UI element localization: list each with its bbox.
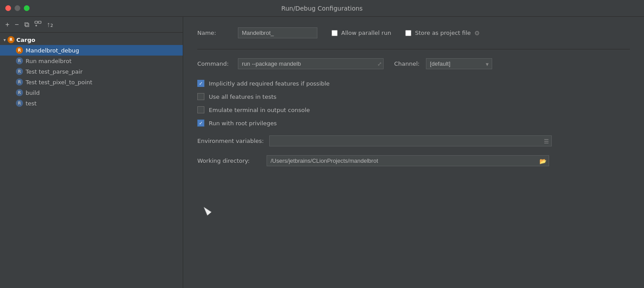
divider-1 <box>197 49 630 49</box>
move-to-group-button[interactable] <box>33 19 43 30</box>
store-as-project-label: Store as project file <box>415 30 471 36</box>
option-row-2: Emulate terminal in output console <box>197 106 630 113</box>
env-label: Environment variables: <box>197 138 264 144</box>
maximize-button[interactable] <box>24 5 30 11</box>
option-row-1: Use all features in tests <box>197 93 630 100</box>
item-label-3: Test test_pixel_to_point <box>26 79 92 86</box>
option-row-3: ✓ Run with root privileges <box>197 120 630 127</box>
options-section: ✓ Implicitly add required features if po… <box>197 80 630 127</box>
channel-label: Channel: <box>394 60 421 67</box>
option-label-1: Use all features in tests <box>209 94 276 100</box>
option-row-0: ✓ Implicitly add required features if po… <box>197 80 630 87</box>
tree-item-test-parse-pair[interactable]: R Test test_parse_pair <box>0 66 183 77</box>
name-input[interactable] <box>238 27 317 38</box>
sort-button[interactable]: ↑₂ <box>45 20 55 29</box>
implicitly-add-checkbox[interactable]: ✓ <box>197 80 204 87</box>
chevron-icon: ▾ <box>4 37 6 42</box>
cargo-group-label: Cargo <box>16 37 35 43</box>
item-icon-5: R <box>16 100 23 107</box>
env-row: Environment variables: ☰ <box>197 135 630 146</box>
tree-item-test[interactable]: R test <box>0 98 183 108</box>
window-title: Run/Debug Configurations <box>281 5 362 12</box>
cargo-group-header[interactable]: ▾ R Cargo <box>0 34 183 45</box>
close-button[interactable] <box>5 5 11 11</box>
cargo-group-icon: R <box>8 36 15 43</box>
name-label: Name: <box>197 30 233 36</box>
env-browse-icon[interactable]: ☰ <box>544 138 549 144</box>
env-input-wrapper: ☰ <box>269 135 552 146</box>
item-label-1: Run mandelbrot <box>26 58 72 64</box>
workdir-input[interactable] <box>267 155 549 166</box>
svg-rect-0 <box>35 21 38 23</box>
workdir-input-wrapper: 📂 <box>267 155 549 166</box>
toolbar: + − ⧉ ↑₂ <box>0 17 183 33</box>
item-icon-0: R <box>16 47 23 54</box>
minimize-button[interactable] <box>15 5 20 11</box>
option-label-3: Run with root privileges <box>209 120 277 127</box>
checkmark-icon-0: ✓ <box>199 81 203 86</box>
store-as-project-group: Store as project file ⚙ <box>405 30 480 37</box>
title-bar: Run/Debug Configurations <box>0 0 644 17</box>
item-icon-4: R <box>16 89 23 96</box>
command-input[interactable] <box>238 58 384 69</box>
option-label-0: Implicitly add required features if poss… <box>209 80 330 87</box>
allow-parallel-group: Allow parallel run <box>331 30 391 36</box>
use-all-features-checkbox[interactable] <box>197 93 204 100</box>
checkmark-icon-3: ✓ <box>199 120 203 126</box>
command-row: Command: ⤢ Channel: [default] stable bet… <box>197 58 630 69</box>
tree-item-mandelbrot-debug[interactable]: R Mandelbrot_debug <box>0 45 183 56</box>
item-label-5: test <box>26 100 37 107</box>
workdir-browse-icon[interactable]: 📂 <box>539 157 546 164</box>
allow-parallel-label: Allow parallel run <box>341 30 391 36</box>
run-with-root-checkbox[interactable]: ✓ <box>197 120 204 127</box>
item-icon-3: R <box>16 79 23 86</box>
add-button[interactable]: + <box>4 20 11 29</box>
item-icon-1: R <box>16 57 23 64</box>
tree-item-run-mandelbrot[interactable]: R Run mandelbrot <box>0 56 183 66</box>
emulate-terminal-checkbox[interactable] <box>197 106 204 113</box>
copy-button[interactable]: ⧉ <box>23 20 31 29</box>
gear-icon[interactable]: ⚙ <box>475 30 480 37</box>
workdir-row: Working directory: 📂 <box>197 155 630 166</box>
item-label-2: Test test_parse_pair <box>26 68 83 75</box>
item-label-0: Mandelbrot_debug <box>26 47 79 54</box>
tree-item-test-pixel-to-point[interactable]: R Test test_pixel_to_point <box>0 77 183 87</box>
traffic-lights <box>5 5 30 11</box>
main-layout: + − ⧉ ↑₂ ▾ R Cargo R Mandelbrot_d <box>0 17 644 288</box>
item-label-4: build <box>26 90 40 96</box>
channel-select-wrapper: [default] stable beta nightly ▾ <box>426 58 492 69</box>
tree-item-build[interactable]: R build <box>0 87 183 98</box>
channel-select[interactable]: [default] stable beta nightly <box>426 58 492 69</box>
item-icon-2: R <box>16 68 23 75</box>
command-label: Command: <box>197 60 233 67</box>
tree-area: ▾ R Cargo R Mandelbrot_debug R Run mande… <box>0 33 183 288</box>
remove-button[interactable]: − <box>13 20 20 29</box>
store-as-project-checkbox[interactable] <box>405 30 411 36</box>
name-row: Name: Allow parallel run Store as projec… <box>197 27 630 38</box>
expand-icon[interactable]: ⤢ <box>377 61 382 67</box>
env-input[interactable] <box>269 135 552 146</box>
right-panel: Name: Allow parallel run Store as projec… <box>183 17 644 288</box>
allow-parallel-checkbox[interactable] <box>331 30 338 36</box>
option-label-2: Emulate terminal in output console <box>209 107 310 113</box>
workdir-label: Working directory: <box>197 157 261 164</box>
svg-rect-1 <box>38 21 41 23</box>
command-input-wrapper: ⤢ <box>238 58 384 69</box>
left-panel: + − ⧉ ↑₂ ▾ R Cargo R Mandelbrot_d <box>0 17 183 288</box>
